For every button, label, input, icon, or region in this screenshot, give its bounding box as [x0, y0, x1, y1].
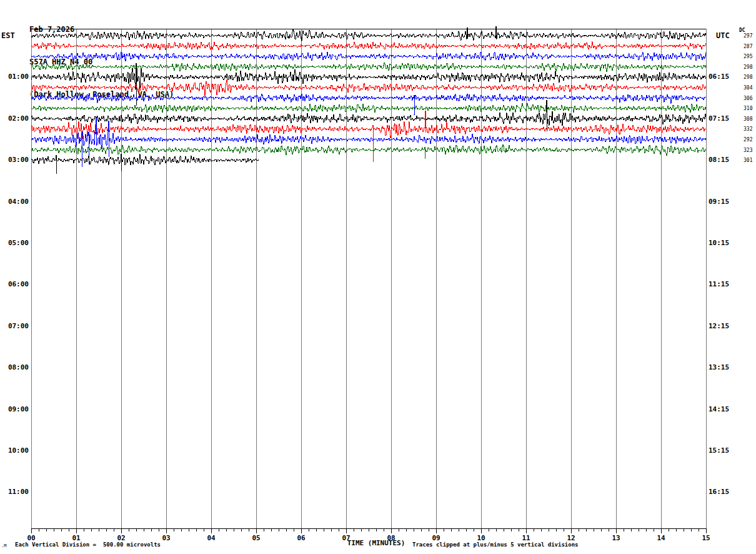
utc-hour-label: 13:15: [709, 364, 734, 371]
est-hour-label: 05:00: [0, 239, 29, 247]
corner-glyph: .M: [1, 543, 6, 548]
minute-tick-label: 06: [293, 535, 309, 542]
seismic-trace-row-7: [31, 103, 706, 113]
utc-hour-label: 09:15: [709, 198, 734, 206]
dc-offset-value: 287: [744, 44, 755, 49]
dc-offset-value: 292: [744, 137, 755, 143]
est-hour-label: 06:00: [0, 281, 29, 288]
est-hour-label: 11:00: [0, 488, 29, 496]
dc-offset-value: 298: [744, 64, 755, 70]
dc-offset-value: 308: [744, 116, 755, 122]
dc-offset-value: 298: [744, 74, 755, 80]
seismic-trace-row-2: [31, 52, 706, 61]
dc-offset-value: 306: [744, 96, 755, 101]
est-hour-label: 09:00: [0, 406, 29, 413]
seismic-trace-row-10: [31, 118, 706, 167]
clip-note: Traces clipped at plus/minus 5 vertical …: [412, 541, 579, 548]
utc-hour-label: 08:15: [709, 156, 734, 164]
dc-offset-value: 297: [744, 33, 755, 39]
est-hour-label: 02:00: [0, 115, 29, 123]
est-hour-label: 03:00: [0, 156, 29, 164]
seismic-trace-row-6: [31, 93, 706, 115]
minute-tick-label: 13: [608, 535, 624, 542]
est-hour-label: 07:00: [0, 323, 29, 330]
seismic-trace-row-11: [31, 145, 706, 159]
utc-hour-label: 15:15: [709, 447, 734, 455]
utc-hour-label: 06:15: [709, 73, 734, 81]
dc-offset-value: 323: [744, 148, 755, 153]
seismogram-plot: [0, 0, 756, 554]
minute-tick-label: 15: [698, 535, 714, 542]
dc-offset-value: 304: [744, 85, 755, 91]
seismic-trace-row-8: [31, 100, 706, 131]
utc-hour-label: 12:15: [709, 323, 734, 330]
dc-offset-value: 295: [744, 54, 755, 59]
utc-hour-label: 16:15: [709, 488, 734, 496]
dc-offset-value: 310: [744, 106, 755, 111]
dc-offset-value: 301: [744, 158, 755, 163]
utc-hour-label: 14:15: [709, 406, 734, 413]
dc-offset-value: 332: [744, 126, 755, 132]
minute-tick-label: 05: [248, 535, 264, 542]
scale-note: Each Vertical Division = 500.00 microvol…: [15, 541, 161, 548]
seismic-trace-row-1: [31, 42, 706, 51]
seismic-trace-row-12: [31, 154, 259, 174]
utc-hour-label: 10:15: [709, 239, 734, 247]
est-hour-label: 08:00: [0, 364, 29, 371]
est-hour-label: 04:00: [0, 198, 29, 206]
est-hour-label: 01:00: [0, 73, 29, 81]
seismic-trace-row-5: [31, 80, 706, 96]
minute-tick-label: 04: [203, 535, 219, 542]
est-hour-label: 10:00: [0, 447, 29, 455]
utc-hour-label: 07:15: [709, 115, 734, 123]
helicorder-page: Feb 7,2026 S57A HHZ N4 00 (Dark Hollow, …: [0, 0, 756, 554]
utc-hour-label: 11:15: [709, 281, 734, 288]
minute-tick-label: 14: [653, 535, 669, 542]
